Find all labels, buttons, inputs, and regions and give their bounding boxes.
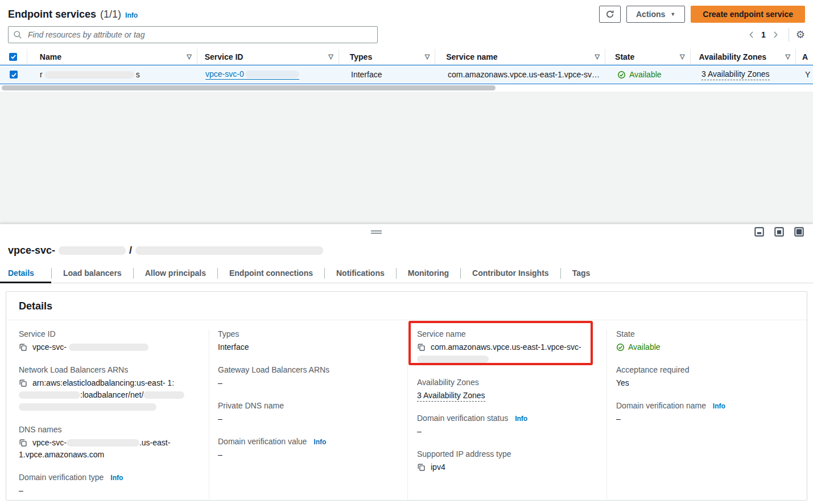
redacted-title-id xyxy=(59,246,126,255)
redacted-account-id xyxy=(19,391,80,399)
field-label-text: Domain verification type xyxy=(19,473,104,482)
available-check-icon xyxy=(616,343,625,352)
refresh-icon xyxy=(605,10,614,19)
copy-icon[interactable] xyxy=(19,343,27,352)
details-column-3: Service name com.amazonaws.vpce.us-east-… xyxy=(408,329,607,499)
column-header-availability-zones[interactable]: Availability Zones ▽ xyxy=(691,49,796,64)
empty-value: – xyxy=(218,413,397,425)
column-header-types[interactable]: Types ▽ xyxy=(339,49,435,64)
copy-icon[interactable] xyxy=(19,439,27,447)
copy-icon[interactable] xyxy=(417,343,426,352)
dns-name-value: vpce-svc- xyxy=(32,438,67,447)
field-label-text: Domain verification value xyxy=(218,437,307,446)
field-label: Gateway Load Balancers ARNs xyxy=(218,365,397,374)
availability-zones-popover[interactable]: 3 Availability Zones xyxy=(701,69,770,80)
split-panel-drag-handle[interactable] xyxy=(371,229,382,235)
redacted-name xyxy=(44,71,134,79)
nlb-arn-value: 1: xyxy=(167,378,174,387)
filter-icon[interactable]: ▽ xyxy=(328,53,333,60)
title-prefix: vpce-svc- xyxy=(8,245,55,257)
preferences-gear-icon[interactable]: ⚙ xyxy=(796,30,805,40)
pagination-next-icon[interactable] xyxy=(770,28,782,42)
acceptance-value: Yes xyxy=(616,377,797,389)
empty-value: – xyxy=(218,377,397,389)
info-link[interactable]: Info xyxy=(313,438,326,446)
ip-type-value: ipv4 xyxy=(431,462,445,472)
create-endpoint-service-button[interactable]: Create endpoint service xyxy=(691,6,805,23)
name-text: s xyxy=(136,70,140,79)
redacted-service-id xyxy=(245,71,299,78)
cell-availability-zones: 3 Availability Zones xyxy=(693,65,799,84)
refresh-button[interactable] xyxy=(599,6,621,23)
field-label: Domain verification status Info xyxy=(417,414,596,423)
column-header-partial[interactable]: A xyxy=(796,49,813,64)
redacted-dns xyxy=(67,439,139,447)
horizontal-scrollbar-thumb[interactable] xyxy=(2,85,496,90)
filter-icon[interactable]: ▽ xyxy=(187,53,191,60)
column-header-state[interactable]: State ▽ xyxy=(605,49,690,64)
select-all-checkbox[interactable] xyxy=(9,53,17,61)
search-input[interactable] xyxy=(8,26,378,43)
field-label: Domain verification name Info xyxy=(616,401,797,410)
details-column-1: Service ID vpce-svc- Network Load Balanc… xyxy=(6,329,209,499)
details-card: Details Service ID vpce-svc- Network Loa… xyxy=(6,291,807,501)
tab-load-balancers[interactable]: Load balancers xyxy=(52,264,133,283)
redacted-title-name xyxy=(135,246,323,255)
field-label-text: Domain verification status xyxy=(417,414,508,423)
copy-icon[interactable] xyxy=(19,379,27,387)
actions-button[interactable]: Actions ▼ xyxy=(626,6,685,23)
filter-icon[interactable]: ▽ xyxy=(425,53,430,60)
state-text: Available xyxy=(629,70,662,79)
row-checkbox[interactable] xyxy=(10,71,18,79)
tab-contributor-insights[interactable]: Contributor Insights xyxy=(461,264,560,283)
info-link[interactable]: Info xyxy=(713,402,725,410)
tab-details[interactable]: Details xyxy=(0,264,51,283)
partial-text: Y xyxy=(805,70,810,79)
state-value: Available xyxy=(628,341,661,353)
field-label: State xyxy=(616,329,797,338)
column-header-service-id[interactable]: Service ID ▽ xyxy=(197,49,339,64)
pagination-prev-icon[interactable] xyxy=(745,28,757,42)
tab-tags[interactable]: Tags xyxy=(561,264,602,283)
panel-size-large-icon[interactable] xyxy=(794,227,804,237)
details-column-2: Types Interface Gateway Load Balancers A… xyxy=(209,329,408,499)
tab-endpoint-connections[interactable]: Endpoint connections xyxy=(218,264,324,283)
field-label: Types xyxy=(218,329,397,338)
page-title: Endpoint services xyxy=(8,9,96,20)
copy-icon[interactable] xyxy=(417,463,426,472)
service-id-text: vpce-svc-0 xyxy=(205,69,244,79)
panel-size-medium-icon[interactable] xyxy=(774,227,784,237)
filter-icon[interactable]: ▽ xyxy=(785,53,790,60)
tab-allow-principals[interactable]: Allow principals xyxy=(134,264,217,283)
redacted-lb-id xyxy=(19,403,156,411)
header-info-link[interactable]: Info xyxy=(125,11,138,19)
tab-notifications[interactable]: Notifications xyxy=(325,264,396,283)
filter-icon[interactable]: ▽ xyxy=(595,53,600,60)
field-label: Service ID xyxy=(19,329,199,338)
info-link[interactable]: Info xyxy=(110,474,123,482)
pagination-page-1[interactable]: 1 xyxy=(761,30,766,39)
column-header-service-name[interactable]: Service name ▽ xyxy=(435,49,605,64)
dns-name-value: 1.vpce.amazonaws.com xyxy=(19,449,199,461)
column-label: Types xyxy=(350,52,372,61)
service-id-link[interactable]: vpce-svc-0 xyxy=(205,69,299,80)
nlb-arn-value: :loadbalancer/net/ xyxy=(80,390,143,399)
types-text: Interface xyxy=(351,70,382,79)
empty-area xyxy=(0,92,813,224)
info-link[interactable]: Info xyxy=(515,415,527,423)
field-label: Private DNS name xyxy=(218,401,397,410)
service-name-value: com.amazonaws.vpce.us-east-1.vpce-svc- xyxy=(431,342,581,352)
cell-service-name: com.amazonaws.vpce.us-east-1.vpce-sv… xyxy=(437,65,608,84)
field-label: Availability Zones xyxy=(417,378,596,387)
empty-value: – xyxy=(616,413,797,425)
filter-icon[interactable]: ▽ xyxy=(680,53,684,60)
field-label: DNS names xyxy=(19,425,199,434)
availability-zones-popover[interactable]: 3 Availability Zones xyxy=(417,391,485,402)
tab-monitoring[interactable]: Monitoring xyxy=(397,264,460,283)
panel-size-small-icon[interactable] xyxy=(754,227,764,237)
column-header-name[interactable]: Name ▽ xyxy=(27,49,197,64)
table-row[interactable]: r s vpce-svc-0 Interface com.amazonaws.v… xyxy=(0,65,813,84)
split-panel: vpce-svc- / Details Load balancers Allow… xyxy=(0,224,813,504)
empty-value: – xyxy=(19,485,199,497)
redacted-lb-name xyxy=(143,391,184,399)
